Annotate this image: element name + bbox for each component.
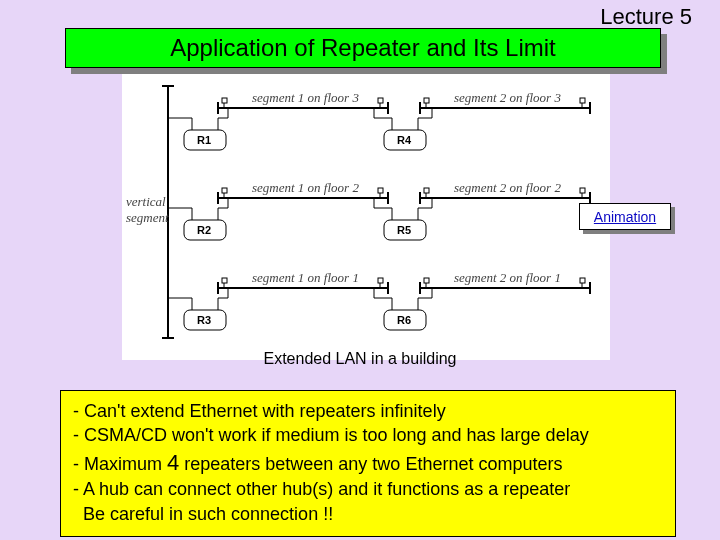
seg-label: segment 1 on floor 3 <box>252 90 359 105</box>
repeater-label: R3 <box>197 314 211 326</box>
slide-title: Application of Repeater and Its Limit <box>65 28 661 68</box>
bullet-line: Be careful in such connection !! <box>73 502 663 526</box>
bullet-line: - Can't extend Ethernet with repeaters i… <box>73 399 663 423</box>
notes-box: - Can't extend Ethernet with repeaters i… <box>60 390 676 537</box>
svg-rect-69 <box>580 278 585 283</box>
seg-label: segment 1 on floor 2 <box>252 180 359 195</box>
svg-rect-42 <box>580 188 585 193</box>
repeater-label: R1 <box>197 134 211 146</box>
seg-label: segment 1 on floor 1 <box>252 270 359 285</box>
bullet-line: - CSMA/CD won't work if medium is too lo… <box>73 423 663 447</box>
svg-rect-6 <box>222 98 227 103</box>
seg-label: segment 2 on floor 3 <box>454 90 561 105</box>
repeater-label: R6 <box>397 314 411 326</box>
svg-rect-67 <box>424 278 429 283</box>
svg-rect-35 <box>378 188 383 193</box>
bullet-line: - A hub can connect other hub(s) and it … <box>73 477 663 501</box>
svg-rect-15 <box>580 98 585 103</box>
max-repeaters-number: 4 <box>167 450 179 475</box>
diagram-row: segment 1 on floor 3 segment 2 on floor … <box>168 90 590 150</box>
svg-rect-62 <box>378 278 383 283</box>
svg-rect-33 <box>222 188 227 193</box>
seg-label: segment 2 on floor 2 <box>454 180 561 195</box>
repeater-label: R2 <box>197 224 211 236</box>
bullet-line: - Maximum 4 repeaters between any two Et… <box>73 448 663 478</box>
svg-rect-8 <box>378 98 383 103</box>
vertical-label-1: vertical <box>126 194 166 209</box>
animation-button[interactable]: Animation <box>579 203 671 230</box>
diagram-row: segment 1 on floor 1 segment 2 on floor … <box>168 270 590 330</box>
repeater-label: R4 <box>397 134 412 146</box>
svg-rect-40 <box>424 188 429 193</box>
animation-link[interactable]: Animation <box>594 209 656 225</box>
lecture-label: Lecture 5 <box>600 4 692 30</box>
vertical-label-2: segment <box>126 210 169 225</box>
repeater-label: R5 <box>397 224 411 236</box>
diagram-caption: Extended LAN in a building <box>0 350 720 368</box>
svg-rect-13 <box>424 98 429 103</box>
bullet-text: repeaters between any two Ethernet compu… <box>179 454 562 474</box>
building-lan-diagram: vertical segment segment 1 on floor 3 se… <box>122 74 610 360</box>
bullet-text: - Maximum <box>73 454 167 474</box>
diagram-row: segment 1 on floor 2 segment 2 on floor … <box>168 180 590 240</box>
svg-rect-60 <box>222 278 227 283</box>
seg-label: segment 2 on floor 1 <box>454 270 561 285</box>
